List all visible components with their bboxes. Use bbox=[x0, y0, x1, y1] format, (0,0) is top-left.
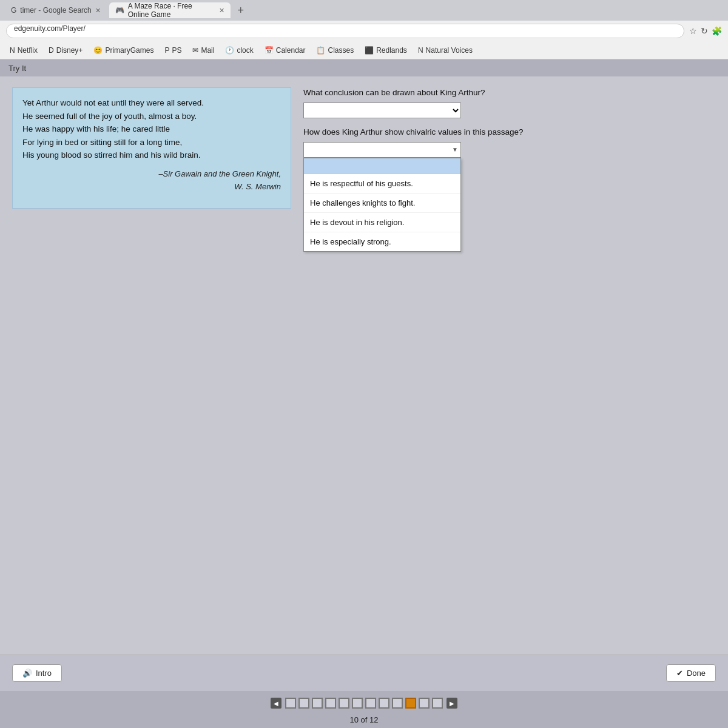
bookmark-clock-label: clock bbox=[237, 46, 253, 55]
progress-sq-6[interactable] bbox=[352, 698, 363, 709]
progress-sq-1[interactable] bbox=[285, 698, 296, 709]
bookmark-natural-voices[interactable]: N Natural Voices bbox=[413, 44, 477, 56]
bookmark-primarygames-label: PrimaryGames bbox=[105, 46, 153, 55]
speaker-icon: 🔊 bbox=[22, 669, 32, 678]
try-it-label: Try It bbox=[8, 64, 26, 73]
bookmark-primarygames[interactable]: 😊 PrimaryGames bbox=[89, 44, 158, 56]
bookmark-natural-voices-label: Natural Voices bbox=[426, 46, 473, 55]
bottom-action-bar: 🔊 Intro ✔ Done bbox=[0, 655, 728, 691]
tab-label-timer: timer - Google Search bbox=[20, 6, 91, 15]
netflix-icon: N bbox=[10, 46, 15, 55]
redlands-icon: ⬛ bbox=[365, 46, 374, 55]
questions-row: Yet Arthur would not eat until they were… bbox=[12, 87, 716, 209]
natural-voices-icon: N bbox=[418, 46, 423, 55]
progress-sq-12[interactable] bbox=[432, 698, 443, 709]
tab-close-timer[interactable]: ✕ bbox=[95, 7, 101, 15]
page-counter: 10 of 12 bbox=[0, 715, 728, 728]
passage-attribution: –Sir Gawain and the Green Knight, W. S. … bbox=[22, 168, 281, 194]
primarygames-icon: 😊 bbox=[93, 46, 103, 55]
bookmark-classes[interactable]: 📋 Classes bbox=[311, 44, 359, 56]
page-content: Try It Yet Arthur would not eat until th… bbox=[0, 59, 728, 728]
dropdown-option-3[interactable]: He is devout in his religion. bbox=[304, 213, 460, 232]
mail-icon: ✉ bbox=[192, 46, 198, 55]
bookmark-classes-label: Classes bbox=[328, 46, 354, 55]
bookmark-netflix[interactable]: N Netflix bbox=[5, 44, 42, 56]
bookmark-redlands[interactable]: ⬛ Redlands bbox=[360, 44, 412, 56]
ps-icon: P bbox=[164, 46, 169, 55]
questions-area: What conclusion can be drawn about King … bbox=[303, 87, 716, 158]
done-button[interactable]: ✔ Done bbox=[666, 664, 716, 682]
bookmark-mail[interactable]: ✉ Mail bbox=[187, 44, 219, 56]
clock-icon: 🕐 bbox=[225, 46, 234, 55]
attribution-line2: W. S. Merwin bbox=[22, 181, 281, 194]
progress-sq-2[interactable] bbox=[298, 698, 309, 709]
prev-arrow-button[interactable]: ◀ bbox=[271, 698, 281, 709]
calendar-icon: 📅 bbox=[265, 46, 274, 55]
progress-squares bbox=[285, 698, 443, 709]
dropdown-option-1[interactable]: He is respectful of his guests. bbox=[304, 174, 460, 194]
bookmark-redlands-label: Redlands bbox=[376, 46, 407, 55]
chevron-down-icon: ▼ bbox=[452, 146, 458, 153]
progress-sq-8[interactable] bbox=[379, 698, 389, 709]
disney-icon: D bbox=[49, 46, 54, 55]
bookmark-clock[interactable]: 🕐 clock bbox=[220, 44, 258, 56]
address-input[interactable]: edgenuity.com/Player/ bbox=[6, 24, 684, 38]
classes-icon: 📋 bbox=[316, 46, 325, 55]
question1-select[interactable]: He is respectful of his guests. He chall… bbox=[303, 103, 461, 118]
question2-block: How does King Arthur show chivalric valu… bbox=[303, 127, 716, 158]
tab-maze[interactable]: 🎮 A Maze Race · Free Online Game ✕ bbox=[109, 2, 231, 18]
question2-dropdown-container: ▼ He is respectful of his guests. He cha… bbox=[303, 142, 461, 158]
passage-line-1: Yet Arthur would not eat until they were… bbox=[22, 96, 281, 110]
bookmark-ps[interactable]: P PS bbox=[160, 44, 186, 56]
new-tab-button[interactable]: + bbox=[233, 2, 249, 18]
question1-label: What conclusion can be drawn about King … bbox=[303, 87, 716, 99]
intro-button-label: Intro bbox=[36, 669, 52, 678]
next-arrow-button[interactable]: ▶ bbox=[447, 698, 457, 709]
dropdown-option-2[interactable]: He challenges knights to fight. bbox=[304, 194, 460, 213]
checkmark-icon: ✔ bbox=[676, 669, 683, 678]
passage-line-2: He seemed full of the joy of youth, almo… bbox=[22, 110, 281, 123]
dropdown-option-4[interactable]: He is especially strong. bbox=[304, 232, 460, 251]
progress-bar-area: ◀ ▶ bbox=[0, 691, 728, 715]
refresh-icon[interactable]: ↻ bbox=[701, 26, 708, 36]
maze-icon: 🎮 bbox=[115, 6, 124, 15]
progress-sq-9[interactable] bbox=[392, 698, 403, 709]
bookmark-mail-label: Mail bbox=[201, 46, 214, 55]
bookmark-ps-label: PS bbox=[172, 46, 181, 55]
progress-sq-10[interactable] bbox=[405, 698, 416, 709]
browser-chrome: G timer - Google Search ✕ 🎮 A Maze Race … bbox=[0, 0, 728, 59]
progress-sq-3[interactable] bbox=[312, 698, 323, 709]
passage-text: Yet Arthur would not eat until they were… bbox=[22, 96, 281, 162]
question1-block: What conclusion can be drawn about King … bbox=[303, 87, 716, 118]
google-icon: G bbox=[11, 6, 16, 15]
main-area: Yet Arthur would not eat until they were… bbox=[0, 76, 728, 655]
address-icons: ☆ ↻ 🧩 bbox=[689, 26, 722, 36]
done-button-label: Done bbox=[687, 669, 706, 678]
bookmark-netflix-label: Netflix bbox=[18, 46, 38, 55]
progress-sq-7[interactable] bbox=[365, 698, 376, 709]
progress-sq-5[interactable] bbox=[339, 698, 349, 709]
question2-label: How does King Arthur show chivalric valu… bbox=[303, 127, 716, 138]
intro-button[interactable]: 🔊 Intro bbox=[12, 664, 62, 682]
tab-close-maze[interactable]: ✕ bbox=[219, 7, 224, 15]
bookmark-calendar[interactable]: 📅 Calendar bbox=[260, 44, 311, 56]
question2-dropdown-trigger[interactable]: ▼ bbox=[303, 142, 461, 158]
try-it-bar: Try It bbox=[0, 59, 728, 76]
bookmarks-bar: N Netflix D Disney+ 😊 PrimaryGames P PS … bbox=[0, 41, 728, 59]
progress-sq-11[interactable] bbox=[419, 698, 430, 709]
progress-sq-4[interactable] bbox=[325, 698, 336, 709]
bookmark-calendar-label: Calendar bbox=[276, 46, 306, 55]
tab-bar: G timer - Google Search ✕ 🎮 A Maze Race … bbox=[0, 0, 728, 21]
question2-dropdown-list: He is respectful of his guests. He chall… bbox=[303, 158, 461, 252]
passage-line-5: His young blood so stirred him and his w… bbox=[22, 149, 281, 162]
passage-line-3: He was happy with his life; he cared lit… bbox=[22, 123, 281, 136]
bookmark-disney-label: Disney+ bbox=[56, 46, 83, 55]
extensions-icon[interactable]: 🧩 bbox=[712, 26, 722, 36]
tab-label-maze: A Maze Race · Free Online Game bbox=[128, 2, 215, 19]
passage-line-4: For lying in bed or sitting still for a … bbox=[22, 136, 281, 149]
tab-timer[interactable]: G timer - Google Search ✕ bbox=[5, 2, 107, 18]
bookmark-star-icon[interactable]: ☆ bbox=[689, 26, 697, 36]
bookmark-disney[interactable]: D Disney+ bbox=[44, 44, 87, 56]
attribution-line1: –Sir Gawain and the Green Knight, bbox=[22, 168, 281, 181]
dropdown-header-highlight bbox=[304, 158, 460, 174]
